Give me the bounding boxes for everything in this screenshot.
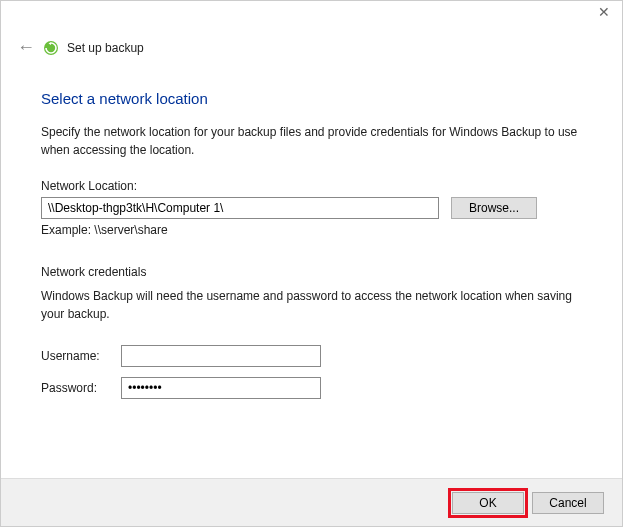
password-row: Password: <box>41 377 586 399</box>
page-heading: Select a network location <box>41 90 586 107</box>
backup-wizard-icon <box>43 40 59 56</box>
ok-button[interactable]: OK <box>452 492 524 514</box>
credentials-description: Windows Backup will need the username an… <box>41 287 586 323</box>
network-location-input[interactable] <box>41 197 439 219</box>
browse-button[interactable]: Browse... <box>451 197 537 219</box>
username-input[interactable] <box>121 345 321 367</box>
password-label: Password: <box>41 381 121 395</box>
password-input[interactable] <box>121 377 321 399</box>
wizard-header: ← Set up backup <box>1 33 622 70</box>
credentials-heading: Network credentials <box>41 265 586 279</box>
network-location-row: Browse... <box>41 197 586 219</box>
network-location-label: Network Location: <box>41 179 586 193</box>
username-label: Username: <box>41 349 121 363</box>
cancel-button[interactable]: Cancel <box>532 492 604 514</box>
titlebar: ✕ <box>1 1 622 33</box>
close-icon[interactable]: ✕ <box>598 7 610 19</box>
dialog-footer: OK Cancel <box>1 478 622 526</box>
username-row: Username: <box>41 345 586 367</box>
dialog-window: ✕ ← Set up backup Select a network locat… <box>1 1 622 526</box>
page-description: Specify the network location for your ba… <box>41 123 586 159</box>
back-arrow-icon[interactable]: ← <box>17 37 35 58</box>
content-area: Select a network location Specify the ne… <box>1 70 622 419</box>
wizard-title: Set up backup <box>67 41 144 55</box>
example-text: Example: \\server\share <box>41 223 586 237</box>
